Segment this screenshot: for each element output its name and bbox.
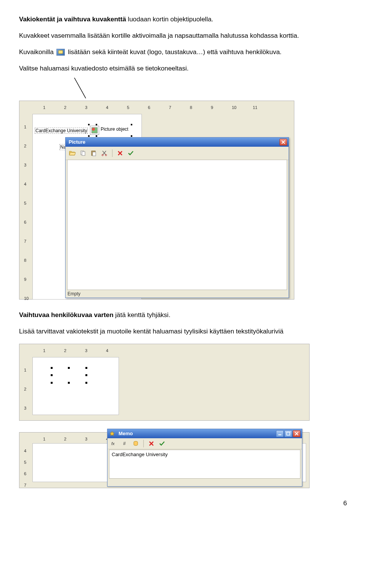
dialog-titlebar[interactable]: Picture — [66, 138, 289, 147]
vertical-ruler: 1 2 3 4 5 6 7 8 9 10 — [23, 113, 31, 299]
svg-text:#: # — [123, 441, 126, 446]
page-number: 6 — [19, 500, 347, 507]
canvas-text-1[interactable]: CardExchange University — [35, 128, 88, 134]
paste-button[interactable] — [89, 149, 98, 158]
screenshot-picture-dialog: 1 2 3 4 5 6 7 8 9 10 11 1 2 3 4 5 6 7 8 … — [19, 101, 294, 300]
toolbar-separator — [112, 149, 112, 157]
paragraph-6: Lisää tarvittavat vakiotekstit ja muotoi… — [19, 327, 347, 336]
pointer-line — [19, 81, 347, 96]
picture-object-label: Picture object — [101, 127, 128, 132]
dialog-title-text: Picture — [67, 139, 85, 145]
svg-rect-4 — [93, 152, 96, 156]
p3-b: lisätään sekä kiinteät kuvat (logo, taus… — [68, 48, 281, 56]
check-green-icon — [128, 151, 134, 156]
folder-open-icon — [69, 150, 76, 156]
db-button[interactable] — [131, 439, 140, 448]
memo-ok-button[interactable] — [157, 439, 167, 448]
dialog-toolbar — [66, 147, 289, 160]
copy-icon — [80, 150, 86, 156]
memo-title-icon — [109, 431, 115, 437]
fx-icon: fx — [111, 441, 117, 446]
selection-rect[interactable] — [52, 368, 86, 383]
cut-button[interactable] — [100, 149, 109, 158]
arrow-icon — [72, 78, 95, 101]
screenshot-memo-dialog: 1 2 3 4 5 6 7 8 9 10 11 12 13 4 5 6 7 Me… — [19, 432, 310, 488]
p5-bold: Vaihtuvaa henkilökuvaa varten — [19, 311, 114, 319]
memo-toolbar: fx # — [108, 438, 302, 449]
vertical-ruler-3: 4 5 6 7 — [23, 445, 31, 488]
paragraph-1: Vakiokentät ja vaihtuva kuvakenttä luoda… — [19, 15, 347, 24]
close-button[interactable] — [279, 139, 287, 146]
hash-button[interactable]: # — [120, 439, 130, 448]
p5-rest: jätä kenttä tyhjäksi. — [114, 311, 170, 319]
picture-object[interactable] — [90, 126, 99, 135]
horizontal-ruler-2: 1 2 3 4 — [32, 348, 309, 356]
cross-red-icon — [149, 441, 154, 446]
minimize-button[interactable] — [276, 430, 284, 437]
memo-cancel-button[interactable] — [147, 439, 156, 448]
close-icon — [295, 432, 299, 436]
p1-bold: Vakiokentät ja vaihtuva kuvakenttä — [19, 16, 126, 23]
paragraph-2: Kuvakkeet vasemmalla lisätään kortille a… — [19, 32, 347, 40]
ok-button[interactable] — [126, 149, 135, 158]
svg-text:fx: fx — [111, 441, 115, 446]
maximize-icon — [286, 432, 290, 436]
paragraph-5: Vaihtuvaa henkilökuvaa varten jätä kentt… — [19, 311, 347, 320]
database-icon — [133, 441, 138, 446]
p1-rest: luodaan kortin objektipuolella. — [126, 16, 214, 23]
svg-rect-7 — [278, 434, 281, 435]
horizontal-ruler: 1 2 3 4 5 6 7 8 9 10 11 — [32, 105, 294, 112]
open-file-button[interactable] — [68, 149, 77, 158]
picture-dialog: Picture — [65, 137, 289, 298]
p3-a: Kuvaikonilla — [19, 48, 55, 56]
memo-titlebar[interactable]: Memo — [108, 429, 302, 438]
close-icon — [281, 140, 285, 144]
cross-red-icon — [117, 151, 123, 156]
toolbar-separator — [143, 440, 144, 447]
hash-icon: # — [122, 441, 128, 446]
memo-close-button[interactable] — [293, 430, 300, 437]
minimize-icon — [278, 432, 282, 436]
dialog-body[interactable] — [67, 160, 287, 290]
cut-icon — [101, 150, 108, 156]
cancel-button[interactable] — [116, 149, 125, 158]
maximize-button[interactable] — [284, 430, 292, 437]
memo-title-text: Memo — [117, 431, 133, 436]
image-icon — [56, 49, 65, 56]
screenshot-canvas-2: 1 2 3 4 1 2 3 — [19, 344, 310, 421]
dialog-status: Empty — [67, 291, 80, 296]
svg-rect-8 — [287, 432, 290, 435]
paste-icon — [91, 150, 97, 156]
memo-text-input[interactable]: CardExchange University — [109, 450, 300, 479]
memo-dialog: Memo fx # — [107, 429, 302, 487]
copy-button[interactable] — [79, 149, 88, 158]
vertical-ruler-2: 1 2 3 — [23, 356, 31, 420]
check-green-icon — [159, 441, 165, 446]
design-canvas-2[interactable] — [32, 357, 119, 415]
fx-button[interactable]: fx — [110, 439, 119, 448]
paragraph-4: Valitse haluamasi kuvatiedosto etsimällä… — [19, 64, 347, 73]
svg-line-0 — [74, 78, 86, 98]
svg-rect-2 — [82, 152, 85, 155]
paragraph-3: Kuvaikonilla lisätään sekä kiinteät kuva… — [19, 48, 347, 57]
